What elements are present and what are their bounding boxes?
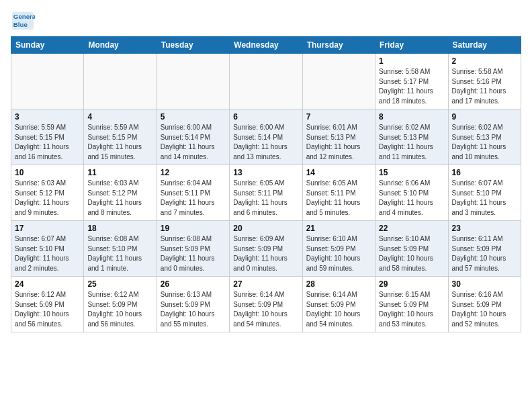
day-detail: Sunrise: 6:02 AM Sunset: 5:13 PM Dayligh…	[379, 123, 444, 162]
day-number: 7	[306, 112, 371, 122]
day-number: 22	[379, 224, 444, 233]
day-number: 14	[306, 168, 371, 177]
calendar-cell: 19Sunrise: 6:08 AM Sunset: 5:09 PM Dayli…	[157, 221, 229, 277]
calendar-cell: 29Sunrise: 6:15 AM Sunset: 5:09 PM Dayli…	[375, 277, 448, 332]
day-detail: Sunrise: 6:07 AM Sunset: 5:10 PM Dayligh…	[15, 234, 80, 273]
day-number: 3	[15, 112, 80, 122]
day-number: 4	[87, 112, 152, 122]
calendar-cell: 20Sunrise: 6:09 AM Sunset: 5:09 PM Dayli…	[230, 221, 302, 277]
day-number: 2	[452, 56, 517, 66]
day-detail: Sunrise: 6:01 AM Sunset: 5:13 PM Dayligh…	[306, 123, 371, 162]
day-detail: Sunrise: 5:59 AM Sunset: 5:15 PM Dayligh…	[87, 123, 152, 162]
calendar-cell: 23Sunrise: 6:11 AM Sunset: 5:09 PM Dayli…	[448, 221, 521, 277]
day-detail: Sunrise: 5:59 AM Sunset: 5:15 PM Dayligh…	[15, 123, 80, 162]
calendar-table: SundayMondayTuesdayWednesdayThursdayFrid…	[11, 36, 521, 332]
calendar-cell	[84, 54, 157, 109]
day-detail: Sunrise: 6:03 AM Sunset: 5:12 PM Dayligh…	[15, 179, 80, 218]
calendar-week-row: 24Sunrise: 6:12 AM Sunset: 5:09 PM Dayli…	[11, 277, 521, 332]
day-number: 21	[306, 224, 371, 233]
calendar-cell: 9Sunrise: 6:02 AM Sunset: 5:13 PM Daylig…	[448, 109, 521, 165]
calendar-cell	[302, 54, 375, 109]
day-number: 10	[15, 168, 80, 177]
calendar-cell: 8Sunrise: 6:02 AM Sunset: 5:13 PM Daylig…	[375, 109, 448, 165]
day-detail: Sunrise: 6:02 AM Sunset: 5:13 PM Dayligh…	[452, 123, 517, 162]
day-detail: Sunrise: 6:10 AM Sunset: 5:09 PM Dayligh…	[379, 234, 444, 273]
day-detail: Sunrise: 6:15 AM Sunset: 5:09 PM Dayligh…	[379, 290, 444, 329]
day-number: 15	[379, 168, 444, 177]
calendar-cell: 28Sunrise: 6:14 AM Sunset: 5:09 PM Dayli…	[302, 277, 375, 332]
calendar-cell: 5Sunrise: 6:00 AM Sunset: 5:14 PM Daylig…	[157, 109, 229, 165]
day-detail: Sunrise: 6:05 AM Sunset: 5:11 PM Dayligh…	[233, 179, 298, 218]
calendar-cell: 30Sunrise: 6:16 AM Sunset: 5:09 PM Dayli…	[448, 277, 521, 332]
day-detail: Sunrise: 6:08 AM Sunset: 5:09 PM Dayligh…	[161, 234, 226, 273]
day-number: 17	[15, 224, 80, 233]
day-number: 30	[452, 279, 517, 289]
calendar-cell: 24Sunrise: 6:12 AM Sunset: 5:09 PM Dayli…	[11, 277, 84, 332]
calendar-cell: 12Sunrise: 6:04 AM Sunset: 5:11 PM Dayli…	[157, 165, 229, 221]
day-number: 18	[87, 224, 152, 233]
calendar-header-row: SundayMondayTuesdayWednesdayThursdayFrid…	[11, 37, 521, 54]
calendar-cell: 3Sunrise: 5:59 AM Sunset: 5:15 PM Daylig…	[11, 109, 84, 165]
calendar-week-row: 10Sunrise: 6:03 AM Sunset: 5:12 PM Dayli…	[11, 165, 521, 221]
day-number: 16	[452, 168, 517, 177]
calendar-cell: 6Sunrise: 6:00 AM Sunset: 5:14 PM Daylig…	[230, 109, 302, 165]
calendar-cell: 17Sunrise: 6:07 AM Sunset: 5:10 PM Dayli…	[11, 221, 84, 277]
calendar-cell: 16Sunrise: 6:07 AM Sunset: 5:10 PM Dayli…	[448, 165, 521, 221]
day-number: 13	[233, 168, 298, 177]
day-number: 28	[306, 279, 371, 289]
calendar-week-row: 1Sunrise: 5:58 AM Sunset: 5:17 PM Daylig…	[11, 54, 521, 109]
calendar-cell: 7Sunrise: 6:01 AM Sunset: 5:13 PM Daylig…	[302, 109, 375, 165]
logo: General Blue	[11, 11, 39, 31]
calendar-week-row: 17Sunrise: 6:07 AM Sunset: 5:10 PM Dayli…	[11, 221, 521, 277]
day-number: 29	[379, 279, 444, 289]
day-detail: Sunrise: 6:12 AM Sunset: 5:09 PM Dayligh…	[15, 290, 80, 329]
calendar-cell: 14Sunrise: 6:05 AM Sunset: 5:11 PM Dayli…	[302, 165, 375, 221]
day-number: 23	[452, 224, 517, 233]
calendar-cell	[157, 54, 229, 109]
day-detail: Sunrise: 6:12 AM Sunset: 5:09 PM Dayligh…	[87, 290, 152, 329]
day-detail: Sunrise: 6:00 AM Sunset: 5:14 PM Dayligh…	[161, 123, 226, 162]
calendar-cell: 11Sunrise: 6:03 AM Sunset: 5:12 PM Dayli…	[84, 165, 157, 221]
calendar-cell: 22Sunrise: 6:10 AM Sunset: 5:09 PM Dayli…	[375, 221, 448, 277]
day-number: 1	[379, 56, 444, 66]
calendar-cell: 13Sunrise: 6:05 AM Sunset: 5:11 PM Dayli…	[230, 165, 302, 221]
day-detail: Sunrise: 6:08 AM Sunset: 5:10 PM Dayligh…	[87, 234, 152, 273]
calendar-cell: 2Sunrise: 5:58 AM Sunset: 5:16 PM Daylig…	[448, 54, 521, 109]
day-detail: Sunrise: 6:11 AM Sunset: 5:09 PM Dayligh…	[452, 234, 517, 273]
day-number: 24	[15, 279, 80, 289]
calendar-cell: 18Sunrise: 6:08 AM Sunset: 5:10 PM Dayli…	[84, 221, 157, 277]
calendar-cell: 15Sunrise: 6:06 AM Sunset: 5:10 PM Dayli…	[375, 165, 448, 221]
day-number: 9	[452, 112, 517, 122]
calendar-cell: 4Sunrise: 5:59 AM Sunset: 5:15 PM Daylig…	[84, 109, 157, 165]
column-header-wednesday: Wednesday	[230, 37, 302, 54]
calendar-cell: 27Sunrise: 6:14 AM Sunset: 5:09 PM Dayli…	[230, 277, 302, 332]
column-header-friday: Friday	[375, 37, 448, 54]
calendar-cell: 10Sunrise: 6:03 AM Sunset: 5:12 PM Dayli…	[11, 165, 84, 221]
day-number: 25	[87, 279, 152, 289]
day-detail: Sunrise: 6:05 AM Sunset: 5:11 PM Dayligh…	[306, 179, 371, 218]
day-number: 11	[87, 168, 152, 177]
day-detail: Sunrise: 5:58 AM Sunset: 5:16 PM Dayligh…	[452, 67, 517, 106]
day-number: 19	[161, 224, 226, 233]
page-header: General Blue	[11, 11, 521, 31]
day-detail: Sunrise: 6:06 AM Sunset: 5:10 PM Dayligh…	[379, 179, 444, 218]
day-detail: Sunrise: 6:16 AM Sunset: 5:09 PM Dayligh…	[452, 290, 517, 329]
day-detail: Sunrise: 6:00 AM Sunset: 5:14 PM Dayligh…	[233, 123, 298, 162]
day-number: 20	[233, 224, 298, 233]
day-number: 26	[161, 279, 226, 289]
calendar-cell: 25Sunrise: 6:12 AM Sunset: 5:09 PM Dayli…	[84, 277, 157, 332]
day-detail: Sunrise: 6:14 AM Sunset: 5:09 PM Dayligh…	[306, 290, 371, 329]
day-detail: Sunrise: 6:03 AM Sunset: 5:12 PM Dayligh…	[87, 179, 152, 218]
day-detail: Sunrise: 6:07 AM Sunset: 5:10 PM Dayligh…	[452, 179, 517, 218]
calendar-cell	[11, 54, 84, 109]
day-number: 5	[161, 112, 226, 122]
day-detail: Sunrise: 6:09 AM Sunset: 5:09 PM Dayligh…	[233, 234, 298, 273]
day-number: 8	[379, 112, 444, 122]
day-detail: Sunrise: 6:04 AM Sunset: 5:11 PM Dayligh…	[161, 179, 226, 218]
day-detail: Sunrise: 6:14 AM Sunset: 5:09 PM Dayligh…	[233, 290, 298, 329]
column-header-tuesday: Tuesday	[157, 37, 229, 54]
day-detail: Sunrise: 6:13 AM Sunset: 5:09 PM Dayligh…	[161, 290, 226, 329]
svg-text:General: General	[13, 13, 35, 20]
calendar-cell: 1Sunrise: 5:58 AM Sunset: 5:17 PM Daylig…	[375, 54, 448, 109]
logo-icon: General Blue	[11, 11, 35, 31]
